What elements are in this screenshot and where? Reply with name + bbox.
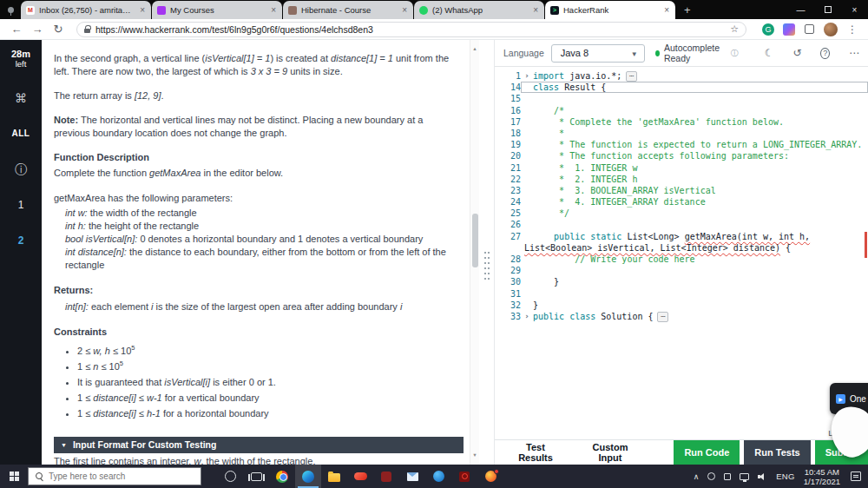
app-orange-taskbar-button[interactable] (477, 465, 503, 488)
browser-tab[interactable]: (2) WhatsApp× (414, 1, 544, 19)
app-blue-taskbar-button[interactable] (425, 465, 451, 488)
url-text[interactable]: https://www.hackerrank.com/test/6ln9g5g0… (95, 24, 725, 35)
scroll-down-icon[interactable]: ▼ (470, 449, 479, 462)
code-line[interactable]: 19 * The function is expected to return … (495, 139, 868, 150)
tray-icon-2[interactable] (724, 473, 731, 480)
code-line[interactable]: 23 * 3. BOOLEAN_ARRAY isVertical (495, 185, 868, 196)
tray-icon-1[interactable] (707, 472, 715, 480)
volume-icon[interactable] (758, 472, 767, 481)
info-icon[interactable]: ⓘ (15, 163, 27, 175)
start-button[interactable] (0, 465, 28, 488)
taskbar-clock[interactable]: 10:45 AM 1/17/2021 (804, 467, 840, 486)
dark-mode-icon[interactable]: ☾ (765, 47, 774, 59)
scrollbar-thumb[interactable] (472, 214, 478, 267)
file-explorer-taskbar-button[interactable] (321, 465, 347, 488)
grammarly-extension-icon[interactable]: G (762, 23, 774, 36)
code-line[interactable]: 17 * Complete the 'getMaxArea' function … (495, 116, 868, 128)
code-line[interactable]: 29 (495, 265, 868, 276)
code-line[interactable]: 21 * 1. INTEGER w (495, 162, 868, 174)
tab-close-icon[interactable]: × (663, 5, 670, 15)
code-line[interactable]: 16 /* (495, 105, 868, 116)
question-1-button[interactable]: 1 (18, 199, 24, 211)
cortana-taskbar-button[interactable] (217, 465, 243, 488)
help-icon[interactable]: ? (820, 48, 830, 59)
input-format-section-toggle[interactable]: ▼ Input Format For Custom Testing (54, 437, 464, 453)
code-line[interactable]: 1›import java.io.*;⋯ (495, 70, 868, 82)
code-line[interactable]: 28 // Write your code here (495, 254, 868, 265)
search-input[interactable] (49, 472, 179, 481)
code-line[interactable]: 24 * 4. INTEGER_ARRAY distance (495, 196, 868, 208)
collections-icon[interactable] (805, 24, 814, 34)
language-select[interactable]: Java 8 ▼ (551, 44, 645, 63)
browser-menu-icon[interactable]: ⋮ (847, 23, 858, 36)
fold-collapsed-icon[interactable]: › (521, 70, 533, 82)
profile-avatar[interactable] (824, 23, 838, 36)
fold-gutter (521, 196, 533, 208)
format-line: The first line contains an integer, w, t… (54, 455, 453, 465)
code-line[interactable]: 20 * The function accepts following para… (495, 150, 868, 162)
browser-tab[interactable]: Hibernate - Course× (283, 1, 413, 19)
all-questions-button[interactable]: ALL (12, 128, 30, 140)
action-center-icon[interactable] (851, 472, 861, 481)
language-indicator[interactable]: ENG (776, 472, 795, 481)
chrome-taskbar-button[interactable] (269, 465, 295, 488)
tray-expand-icon[interactable]: ∧ (694, 472, 700, 481)
bookmark-star-icon[interactable]: ☆ (730, 23, 739, 35)
code-line[interactable]: List<Boolean> isVertical, List<Integer> … (495, 242, 868, 254)
code-line[interactable]: 27 public static List<Long> getMaxArea(i… (495, 231, 868, 242)
fold-collapsed-icon[interactable]: › (521, 311, 533, 322)
minimize-button[interactable]: — (787, 0, 814, 19)
tab-close-icon[interactable]: × (270, 5, 277, 15)
address-bar[interactable]: https://www.hackerrank.com/test/6ln9g5g0… (76, 22, 746, 37)
text-segment: . (161, 90, 164, 101)
code-line[interactable]: 25 */ (495, 208, 868, 219)
tab-close-icon[interactable]: × (139, 5, 146, 15)
divider-drag-handle[interactable] (483, 250, 490, 281)
question-2-button[interactable]: 2 (18, 234, 24, 247)
edge-taskbar-button[interactable] (295, 465, 321, 488)
browser-tab[interactable]: MInbox (26,750) - amritagrawal2...× (21, 1, 151, 19)
app-red-oval-taskbar-button[interactable] (347, 465, 373, 488)
panel-divider[interactable] (479, 40, 495, 465)
code-line[interactable]: 26 (495, 219, 868, 230)
acrobat-taskbar-button[interactable] (451, 465, 477, 488)
code-line[interactable]: 33›public class Solution {⋯ (495, 311, 868, 322)
tab-close-icon[interactable]: × (532, 5, 539, 15)
app-maroon-taskbar-button[interactable] (373, 465, 399, 488)
tray-display-icon[interactable] (740, 473, 749, 480)
code-line[interactable]: 15 (495, 93, 868, 104)
run-code-button[interactable]: Run Code (674, 440, 740, 465)
mail-taskbar-button[interactable] (399, 465, 425, 488)
close-window-button[interactable]: × (841, 0, 868, 19)
question-scrollbar[interactable]: ▲ ▼ (470, 40, 479, 465)
taskbar-search[interactable] (28, 467, 201, 485)
keyboard-shortcuts-icon[interactable]: ⌘ (15, 92, 27, 104)
extension-icon[interactable] (783, 23, 795, 36)
code-line[interactable]: 18 * (495, 128, 868, 139)
run-tests-button[interactable]: Run Tests (744, 440, 810, 465)
info-icon[interactable]: ⓘ (731, 48, 739, 59)
code-line[interactable]: 31 (495, 288, 868, 300)
browser-tab[interactable]: My Courses× (152, 1, 282, 19)
editor-more-options-icon[interactable]: ⋯ (849, 47, 859, 59)
folded-code-ellipsis[interactable]: ⋯ (657, 312, 668, 322)
code-line[interactable]: 32} (495, 300, 868, 311)
code-line[interactable]: 14class Result { (495, 82, 868, 93)
browser-tab-active[interactable]: >HackerRank× (545, 1, 675, 19)
tab-test-results[interactable]: Test Results (509, 440, 562, 465)
scroll-up-icon[interactable]: ▲ (470, 43, 479, 56)
tab-custom-input[interactable]: Custom Input (583, 440, 637, 465)
reset-code-icon[interactable]: ↺ (792, 47, 801, 59)
code-line[interactable]: 22 * 2. INTEGER h (495, 174, 868, 185)
code-line[interactable]: 30 } (495, 276, 868, 287)
refresh-button[interactable]: ↻ (49, 23, 68, 36)
maximize-button[interactable] (814, 0, 841, 19)
folded-code-ellipsis[interactable]: ⋯ (626, 71, 637, 82)
pin-icon[interactable] (8, 7, 14, 13)
code-area[interactable]: 1›import java.io.*;⋯14class Result {1516… (495, 67, 868, 426)
tab-close-icon[interactable]: × (401, 5, 408, 15)
forward-button[interactable]: → (28, 23, 47, 36)
back-button[interactable]: ← (7, 23, 26, 36)
new-tab-button[interactable]: + (684, 3, 691, 16)
task-view-taskbar-button[interactable] (243, 465, 269, 488)
